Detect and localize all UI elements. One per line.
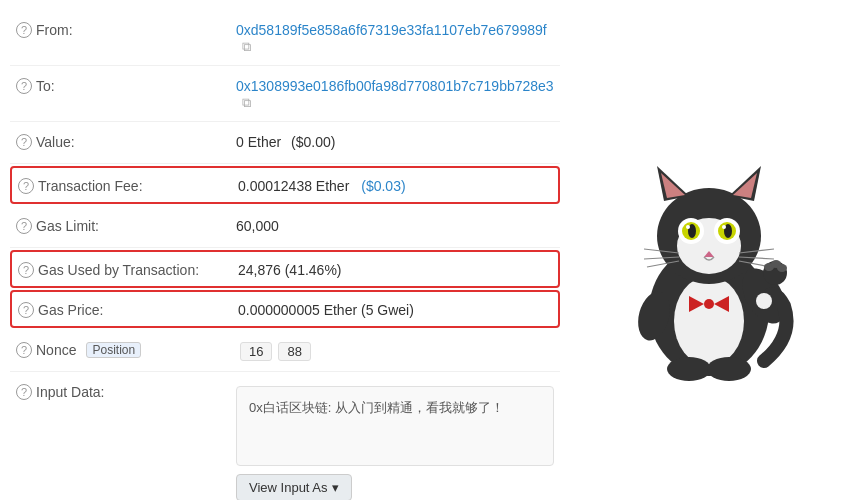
from-copy-icon[interactable]: ⧉ [242,39,251,55]
nonce-value: 16 88 [236,340,554,361]
gasprice-value: 0.000000005 Ether (5 Gwei) [238,300,552,318]
view-input-button[interactable]: View Input As ▾ [236,474,352,500]
svg-point-17 [686,225,690,229]
inputdata-label: ? Input Data: [16,382,236,400]
gasprice-label: ? Gas Price: [18,300,238,318]
gaslimit-help-icon[interactable]: ? [16,218,32,234]
nonce-row: ? Nonce Position 16 88 [10,330,560,372]
inputdata-row: ? Input Data: 0x白话区块链: 从入门到精通，看我就够了！ Vie… [10,372,560,500]
value-help-icon[interactable]: ? [16,134,32,150]
from-label: ? From: [16,20,236,38]
nonce-num2: 88 [278,342,310,361]
inputdata-value: 0x白话区块链: 从入门到精通，看我就够了！ View Input As ▾ [236,382,554,500]
nonce-label: ? Nonce Position [16,340,236,358]
svg-point-33 [667,357,711,381]
svg-point-30 [777,264,787,272]
svg-point-1 [674,276,744,366]
from-address-link[interactable]: 0xd58189f5e858a6f67319e33fa1107eb7e67998… [236,22,547,38]
chevron-down-icon: ▾ [332,480,339,495]
input-data-box: 0x白话区块链: 从入门到精通，看我就够了！ [236,386,554,466]
txfee-label: ? Transaction Fee: [18,176,238,194]
from-value: 0xd58189f5e858a6f67319e33fa1107eb7e67998… [236,20,554,55]
txfee-help-icon[interactable]: ? [18,178,34,194]
to-label: ? To: [16,76,236,94]
to-row: ? To: 0x1308993e0186fb00fa98d770801b7c71… [10,66,560,122]
nonce-numbers: 16 88 [240,342,311,361]
to-address-link[interactable]: 0x1308993e0186fb00fa98d770801b7c719bb728… [236,78,554,94]
txfee-usd: ($0.03) [361,178,405,194]
gasprice-row: ? Gas Price: 0.000000005 Ether (5 Gwei) [10,290,560,328]
inputdata-help-icon[interactable]: ? [16,384,32,400]
gasused-row: ? Gas Used by Transaction: 24,876 (41.46… [10,250,560,288]
cat-illustration [609,141,809,381]
gaslimit-label: ? Gas Limit: [16,216,236,234]
to-value: 0x1308993e0186fb00fa98d770801b7c719bb728… [236,76,554,111]
gasused-label: ? Gas Used by Transaction: [18,260,238,278]
svg-point-34 [707,357,751,381]
nonce-help-icon[interactable]: ? [16,342,32,358]
svg-point-4 [704,299,714,309]
nonce-position-badge[interactable]: Position [86,342,141,358]
svg-point-32 [756,293,772,309]
cat-svg [609,141,809,381]
to-copy-icon[interactable]: ⧉ [242,95,251,111]
cat-illustration-panel [570,10,848,500]
nonce-num1: 16 [240,342,272,361]
txfee-row: ? Transaction Fee: 0.00012438 Ether ($0.… [10,166,560,204]
txfee-value: 0.00012438 Ether ($0.03) [238,176,552,194]
from-row: ? From: 0xd58189f5e858a6f67319e33fa1107e… [10,10,560,66]
to-help-icon[interactable]: ? [16,78,32,94]
gasused-value: 24,876 (41.46%) [238,260,552,278]
value-row: ? Value: 0 Ether ($0.00) [10,122,560,164]
gaslimit-row: ? Gas Limit: 60,000 [10,206,560,248]
value-amount: 0 Ether ($0.00) [236,132,554,150]
value-label: ? Value: [16,132,236,150]
gasused-help-icon[interactable]: ? [18,262,34,278]
svg-point-18 [722,225,726,229]
gaslimit-value: 60,000 [236,216,554,234]
gasprice-help-icon[interactable]: ? [18,302,34,318]
from-help-icon[interactable]: ? [16,22,32,38]
